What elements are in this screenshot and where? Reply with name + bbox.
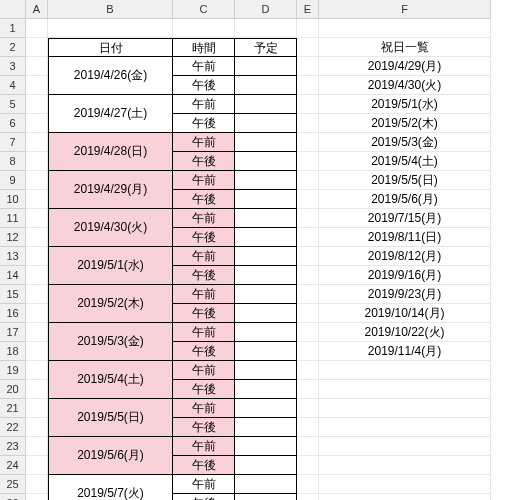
time-cell-8-am[interactable]: 午前 [173,361,235,380]
row-header-14[interactable]: 14 [0,266,26,285]
row-header-21[interactable]: 21 [0,399,26,418]
cell-E19[interactable] [297,361,319,380]
cell-E8[interactable] [297,152,319,171]
cell-A14[interactable] [26,266,48,285]
cell-A16[interactable] [26,304,48,323]
holiday-0[interactable]: 2019/4/29(月) [319,57,491,76]
cell-A3[interactable] [26,57,48,76]
cell-A12[interactable] [26,228,48,247]
time-cell-7-pm[interactable]: 午後 [173,342,235,361]
row-header-15[interactable]: 15 [0,285,26,304]
plan-cell-5-am[interactable] [235,247,297,266]
row-header-17[interactable]: 17 [0,323,26,342]
cell-A17[interactable] [26,323,48,342]
cell-A11[interactable] [26,209,48,228]
time-cell-7-am[interactable]: 午前 [173,323,235,342]
time-cell-1-pm[interactable]: 午後 [173,114,235,133]
cell-A8[interactable] [26,152,48,171]
cell-E14[interactable] [297,266,319,285]
holiday-11[interactable]: 2019/9/16(月) [319,266,491,285]
holiday-7[interactable]: 2019/5/6(月) [319,190,491,209]
cell-E5[interactable] [297,95,319,114]
plan-cell-6-am[interactable] [235,285,297,304]
holiday-6[interactable]: 2019/5/5(日) [319,171,491,190]
row-header-4[interactable]: 4 [0,76,26,95]
row-header-1[interactable]: 1 [0,19,26,38]
row-header-23[interactable]: 23 [0,437,26,456]
time-cell-8-pm[interactable]: 午後 [173,380,235,399]
time-cell-11-am[interactable]: 午前 [173,475,235,494]
time-cell-6-am[interactable]: 午前 [173,285,235,304]
holiday-4[interactable]: 2019/5/3(金) [319,133,491,152]
cell-F19[interactable] [319,361,491,380]
cell-E25[interactable] [297,475,319,494]
date-cell-6[interactable]: 2019/5/2(木) [48,285,173,323]
row-header-6[interactable]: 6 [0,114,26,133]
cell-F25[interactable] [319,475,491,494]
col-header-F[interactable]: F [319,0,491,19]
holiday-14[interactable]: 2019/10/22(火) [319,323,491,342]
row-header-24[interactable]: 24 [0,456,26,475]
time-cell-4-pm[interactable]: 午後 [173,228,235,247]
date-cell-4[interactable]: 2019/4/30(火) [48,209,173,247]
cell-A5[interactable] [26,95,48,114]
time-cell-0-am[interactable]: 午前 [173,57,235,76]
holiday-13[interactable]: 2019/10/14(月) [319,304,491,323]
date-cell-5[interactable]: 2019/5/1(水) [48,247,173,285]
cell-E4[interactable] [297,76,319,95]
cell-A10[interactable] [26,190,48,209]
plan-cell-0-pm[interactable] [235,76,297,95]
cell-E22[interactable] [297,418,319,437]
col-header-C[interactable]: C [173,0,235,19]
holiday-5[interactable]: 2019/5/4(土) [319,152,491,171]
holiday-8[interactable]: 2019/7/15(月) [319,209,491,228]
cell-A6[interactable] [26,114,48,133]
cell-E24[interactable] [297,456,319,475]
date-cell-3[interactable]: 2019/4/29(月) [48,171,173,209]
cell-A26[interactable] [26,494,48,500]
plan-cell-5-pm[interactable] [235,266,297,285]
cell-A2[interactable] [26,38,48,57]
cell-A25[interactable] [26,475,48,494]
cell-E9[interactable] [297,171,319,190]
time-cell-10-am[interactable]: 午前 [173,437,235,456]
cell-E1[interactable] [297,19,319,38]
time-cell-5-am[interactable]: 午前 [173,247,235,266]
holiday-3[interactable]: 2019/5/2(木) [319,114,491,133]
plan-cell-4-pm[interactable] [235,228,297,247]
cell-E6[interactable] [297,114,319,133]
cell-E13[interactable] [297,247,319,266]
time-cell-5-pm[interactable]: 午後 [173,266,235,285]
time-cell-2-pm[interactable]: 午後 [173,152,235,171]
cell-A15[interactable] [26,285,48,304]
plan-cell-8-am[interactable] [235,361,297,380]
plan-cell-11-pm[interactable] [235,494,297,500]
time-cell-9-am[interactable]: 午前 [173,399,235,418]
col-header-A[interactable]: A [26,0,48,19]
time-cell-4-am[interactable]: 午前 [173,209,235,228]
cell-A4[interactable] [26,76,48,95]
row-header-19[interactable]: 19 [0,361,26,380]
row-header-16[interactable]: 16 [0,304,26,323]
cell-E26[interactable] [297,494,319,500]
plan-cell-9-pm[interactable] [235,418,297,437]
cell-E17[interactable] [297,323,319,342]
spreadsheet-grid[interactable]: ABCDEF12日付時間予定祝日一覧32019/4/26(金)午前2019/4/… [0,0,514,500]
cell-A18[interactable] [26,342,48,361]
row-header-20[interactable]: 20 [0,380,26,399]
cell-F24[interactable] [319,456,491,475]
plan-cell-3-pm[interactable] [235,190,297,209]
cell-A7[interactable] [26,133,48,152]
plan-cell-4-am[interactable] [235,209,297,228]
row-header-2[interactable]: 2 [0,38,26,57]
holiday-2[interactable]: 2019/5/1(水) [319,95,491,114]
plan-cell-1-pm[interactable] [235,114,297,133]
plan-cell-2-am[interactable] [235,133,297,152]
row-header-5[interactable]: 5 [0,95,26,114]
cell-E23[interactable] [297,437,319,456]
cell-F1[interactable] [319,19,491,38]
row-header-13[interactable]: 13 [0,247,26,266]
cell-F21[interactable] [319,399,491,418]
row-header-8[interactable]: 8 [0,152,26,171]
col-header-B[interactable]: B [48,0,173,19]
